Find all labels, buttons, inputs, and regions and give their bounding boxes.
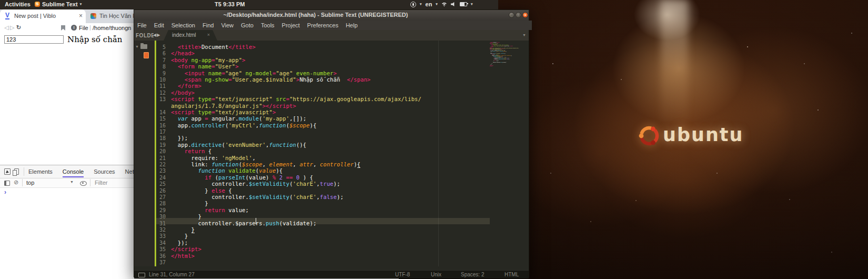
menu-item[interactable]: Preferences (307, 22, 338, 28)
accessibility-icon[interactable] (410, 2, 416, 7)
chevron-down-icon: ▼ (70, 180, 74, 184)
back-icon[interactable]: ◁ (4, 24, 8, 31)
battery-icon[interactable] (460, 2, 467, 6)
app-menu-button[interactable]: S Sublime Text ▾ (35, 1, 82, 7)
divider (24, 167, 24, 176)
code-row[interactable]: 20 return { (156, 146, 490, 152)
code-row[interactable]: 24 if (parseInt(value) % 2 == 0 ) { (156, 172, 490, 178)
menu-item[interactable]: Find (203, 22, 214, 28)
code-row[interactable]: 25 controller.$setValidity('charE',true)… (156, 178, 490, 185)
reload-icon[interactable]: ↻ (16, 24, 21, 31)
console-prompt[interactable]: › (4, 188, 6, 196)
console-filter-input[interactable] (94, 179, 127, 186)
menu-item[interactable]: Project (282, 22, 300, 28)
activities-button[interactable]: Activities (5, 1, 31, 7)
context-selector[interactable]: top (26, 180, 34, 186)
address-separator: | (89, 24, 91, 31)
indent-indicator[interactable]: Spaces: 2 (461, 272, 484, 277)
folder-icon[interactable] (140, 44, 147, 49)
code-lines: 5 <title>Document</title>6</head>7<body … (156, 42, 490, 263)
code-row[interactable]: 15 var app = angular.module('my-app',[])… (156, 113, 490, 119)
console-sidebar-icon[interactable] (4, 181, 10, 186)
menu-item[interactable]: Goto (241, 22, 254, 28)
syntax-indicator[interactable]: HTML (504, 272, 519, 277)
devtools-tab[interactable]: Sources (94, 166, 115, 177)
menu-item[interactable]: Edit (154, 22, 164, 28)
code-row[interactable]: 9 <input name="age" ng-model="age" even-… (156, 68, 490, 74)
code-row[interactable]: 19 app.directive('evenNumber',function()… (156, 140, 490, 146)
address-scheme[interactable]: File (79, 25, 88, 31)
code-row[interactable]: 29 return value; (156, 205, 490, 211)
line-endings-indicator[interactable]: Unix (431, 272, 441, 277)
sublime-icon: S (35, 2, 40, 7)
code-row[interactable]: 14<script type="text/javascript"> (156, 107, 490, 113)
code-row[interactable]: 35</script> (156, 244, 490, 250)
code-row[interactable]: 5 <title>Document</title> (156, 42, 490, 48)
code-row[interactable]: 21 require: 'ngModel', (156, 153, 490, 159)
tab-bar: FOLDERS ◀▶ index.html × ▼ (134, 30, 529, 41)
sidebar[interactable]: ▼ (134, 41, 155, 266)
close-tab-icon[interactable]: × (79, 12, 83, 19)
system-tray[interactable]: ▾ en ▾ ▾ (410, 1, 472, 7)
code-row[interactable]: 36</html> (156, 251, 490, 257)
gnome-top-bar: Activities S Sublime Text ▾ T5 9:33 PM ▾… (0, 0, 498, 9)
devtools-tab[interactable]: Elements (28, 166, 53, 177)
menu-item[interactable]: Help (346, 22, 358, 28)
address-path[interactable]: /home/thuongn (93, 25, 131, 31)
code-row[interactable]: 27 controller.$setValidity('charE',false… (156, 192, 490, 198)
minimize-button[interactable]: − (509, 12, 514, 18)
menu-item[interactable]: File (137, 22, 147, 28)
code-row[interactable]: 10 <span ng-show="User.age.$invalid">Nhậ… (156, 74, 490, 81)
code-row[interactable]: 13<script type="text/javascript" src="ht… (156, 94, 490, 100)
code-row[interactable]: 8 <form name="User"> (156, 61, 490, 67)
wifi-icon[interactable] (441, 2, 447, 7)
tab-overflow-icon[interactable]: ▼ (522, 33, 526, 37)
close-tab-icon[interactable]: × (207, 32, 210, 37)
clear-console-icon[interactable]: ⊘ (14, 179, 18, 186)
browser-tab-viblo[interactable]: V New post | Viblo × (0, 9, 86, 23)
chevron-down-icon: ▾ (420, 2, 422, 6)
divider (22, 179, 23, 186)
code-row[interactable]: 7<body ng-app="my-app"> (156, 55, 490, 61)
editor-tab-indexhtml[interactable]: index.html × (164, 30, 217, 41)
keyboard-layout-indicator[interactable]: en (426, 1, 432, 7)
tab-scroll-arrows-icon[interactable]: ◀▶ (153, 33, 160, 37)
devtools-tab[interactable]: Console (63, 166, 84, 177)
minimap[interactable]: <title>Document</title></head><body ng-a… (490, 42, 529, 99)
status-bar: Line 31, Column 27 UTF-8 Unix Spaces: 2 … (134, 270, 529, 278)
clock[interactable]: T5 9:33 PM (215, 1, 245, 7)
page-info-icon[interactable]: ! (71, 25, 77, 31)
menu-item[interactable]: View (221, 22, 234, 28)
vintage-mode-icon[interactable] (138, 273, 145, 277)
forward-icon[interactable]: ▷ (10, 24, 14, 31)
inspect-element-icon[interactable] (4, 168, 11, 175)
site-favicon (90, 13, 96, 19)
ubuntu-wordmark: ubuntu (663, 124, 743, 145)
menu-item[interactable]: Tools (261, 22, 275, 28)
chevron-down-icon: ▾ (80, 2, 82, 6)
title-bar[interactable]: ~/Desktop/haha/index.html (haha) - Subli… (134, 10, 529, 21)
close-button[interactable]: × (522, 12, 528, 18)
modified-file-icon[interactable] (144, 52, 149, 58)
desktop: ubuntu Activities S Sublime Text ▾ T5 9:… (0, 0, 868, 279)
code-row[interactable]: 31 controller.$parsers.push(validate); (156, 218, 490, 224)
code-row[interactable]: 12</body> (156, 87, 490, 94)
app-menu-label: Sublime Text (42, 1, 78, 7)
maximize-button[interactable]: □ (516, 12, 521, 18)
menu-item[interactable]: Selection (171, 22, 195, 28)
code-row[interactable]: 33 } (156, 231, 490, 237)
code-row[interactable]: 22 link: function($scope, element, attr,… (156, 159, 490, 165)
encoding-indicator[interactable]: UTF-8 (395, 272, 410, 277)
device-toolbar-icon[interactable] (14, 168, 19, 175)
volume-icon[interactable] (451, 2, 456, 7)
code-row[interactable]: 16 app.controller('myCtrl',function($sco… (156, 120, 490, 126)
code-row[interactable]: 37 (156, 257, 490, 263)
age-input[interactable] (4, 35, 64, 44)
text-cursor (256, 218, 256, 224)
code-row[interactable]: 18 }); (156, 133, 490, 139)
validation-hint: Nhập số chẵn (67, 35, 122, 44)
folder-disclosure-icon[interactable]: ▼ (135, 45, 139, 48)
live-expression-icon[interactable] (80, 181, 87, 186)
code-row[interactable]: 34 }); (156, 237, 490, 244)
bookmark-icon[interactable] (61, 25, 65, 31)
